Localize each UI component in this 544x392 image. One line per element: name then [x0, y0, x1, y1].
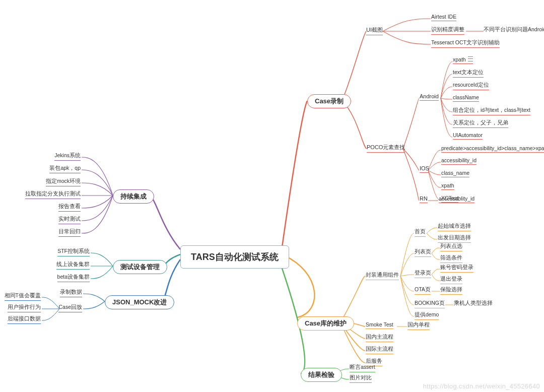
ios-order[interactable]: predicate>accessibility_id>class_name>xp… — [441, 145, 544, 153]
home-city[interactable]: 起始城市选择 — [438, 223, 471, 231]
tesseract[interactable]: Tesseract OCT文字识别辅助 — [431, 39, 500, 48]
device-stf[interactable]: STF控制系统 — [57, 248, 90, 256]
android-xpath[interactable]: xpath — [453, 56, 473, 64]
ui-screenshot[interactable]: UI截图 — [366, 26, 383, 35]
common-components[interactable]: 封装通用组件 — [366, 271, 399, 280]
common-demo[interactable]: 提供demo — [415, 311, 439, 320]
airtest-ide[interactable]: Airtest IDE — [431, 14, 456, 21]
result-imgdiff[interactable]: 图片对比 — [350, 374, 372, 383]
json-record[interactable]: 录制数据 — [60, 289, 82, 297]
ci-jenkins[interactable]: Jekins系统 — [54, 152, 81, 161]
android-combo[interactable]: 组合定位，id与text，class与text — [453, 107, 530, 115]
poco-find[interactable]: POCO元素查找 — [367, 144, 405, 153]
login-out[interactable]: 退出登录 — [440, 276, 462, 284]
playback-backend[interactable]: 后端接口数据 — [8, 315, 41, 324]
precision-adjust[interactable]: 识别精度调整 — [431, 26, 464, 35]
poco-android[interactable]: Android — [420, 93, 439, 101]
json-playback[interactable]: Case回放 — [58, 304, 82, 312]
device-beta[interactable]: beta设备集群 — [57, 274, 90, 282]
page-ota[interactable]: OTA页 — [415, 286, 431, 295]
login-pwd[interactable]: 账号密码登录 — [440, 264, 473, 273]
android-uiauto[interactable]: UIAutomator — [453, 132, 483, 140]
android-rel[interactable]: 关系定位，父子，兄弟 — [453, 119, 508, 128]
result-assert[interactable]: 断言assert — [350, 364, 375, 372]
branch-case-lib[interactable]: Case库的维护 — [297, 316, 354, 331]
precision-note: 不同平台识别问题Android，ios不通用 — [484, 26, 544, 34]
android-classname[interactable]: className — [453, 94, 479, 102]
playback-userops[interactable]: 用户操作行为 — [8, 304, 41, 312]
branch-case-record[interactable]: Case录制 — [307, 94, 351, 108]
branch-json-mock[interactable]: JSON_MOCK改进 — [105, 295, 174, 309]
poco-ios[interactable]: IOS — [420, 165, 429, 173]
ci-pack[interactable]: 装包apk，qp — [49, 165, 81, 173]
flow-domestic[interactable]: 国内主流程 — [366, 334, 393, 342]
ci-mockenv[interactable]: 指定mock环境 — [46, 178, 81, 186]
page-login[interactable]: 登录页 — [415, 270, 431, 278]
rn-accid[interactable]: accessablity_id — [439, 195, 474, 203]
ios-xpath[interactable]: xpath — [441, 182, 454, 190]
note-icon — [468, 56, 473, 61]
ios-classname[interactable]: class_name — [441, 170, 469, 177]
ci-live[interactable]: 实时测试 — [58, 216, 81, 224]
watermark: https://blog.csdn.net/weixin_45526640 — [423, 382, 540, 390]
ci-daily[interactable]: 日常回归 — [58, 228, 81, 237]
ota-insurance[interactable]: 保险选择 — [440, 286, 462, 295]
page-list[interactable]: 列表页 — [415, 248, 431, 257]
ci-branchtest[interactable]: 拉取指定分支执行测试 — [25, 190, 81, 199]
branch-device[interactable]: 测试设备管理 — [113, 260, 167, 274]
ci-report[interactable]: 报告查看 — [58, 203, 81, 212]
page-home[interactable]: 首页 — [415, 228, 426, 237]
home-date[interactable]: 出发日期选择 — [438, 234, 471, 243]
device-online[interactable]: 线上设备集群 — [56, 261, 90, 270]
branch-ci[interactable]: 持续集成 — [113, 189, 154, 204]
android-text[interactable]: text文本定位 — [453, 69, 484, 78]
smoke-test[interactable]: Smoke Test — [366, 321, 393, 329]
branch-result[interactable]: 结果检验 — [301, 368, 342, 382]
smoke-domestic[interactable]: 国内单程 — [407, 321, 430, 330]
flow-intl[interactable]: 国际主流程 — [366, 346, 393, 354]
list-filter[interactable]: 筛选条件 — [440, 254, 462, 263]
ios-accid[interactable]: accessibility_id — [441, 157, 477, 165]
list-select[interactable]: 列表点选 — [440, 243, 462, 251]
android-resid[interactable]: resourceId定位 — [453, 82, 489, 90]
booking-passenger: 乘机人类型选择 — [454, 300, 493, 308]
root-node[interactable]: TARS自动化测试系统 — [180, 245, 289, 269]
playback-tval[interactable]: 相同T值会覆盖 — [5, 292, 41, 301]
page-booking[interactable]: BOOKING页 — [415, 300, 445, 308]
poco-rn[interactable]: RN — [420, 195, 428, 203]
